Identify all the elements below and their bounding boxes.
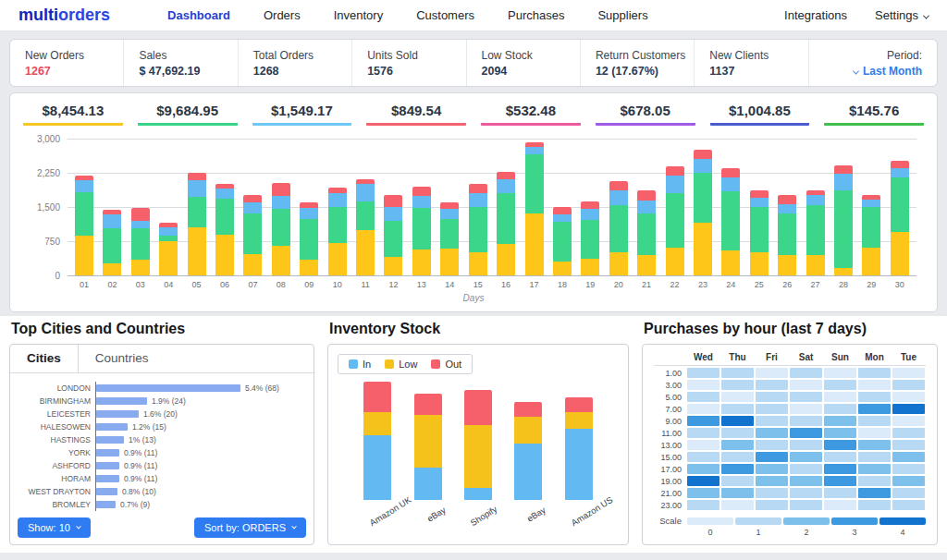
nav-item-purchases[interactable]: Purchases: [508, 8, 564, 22]
heat-cell[interactable]: [721, 404, 754, 414]
heat-cell[interactable]: [790, 404, 822, 414]
heat-cell[interactable]: [858, 464, 891, 474]
heat-cell[interactable]: [721, 476, 754, 486]
heat-cell[interactable]: [721, 452, 754, 462]
city-bar[interactable]: [96, 449, 119, 457]
bar-day-21[interactable]: [637, 190, 656, 275]
city-bar[interactable]: [96, 436, 124, 444]
bar-day-05[interactable]: [188, 173, 206, 275]
period-value[interactable]: Last Month: [854, 65, 922, 78]
heat-cell[interactable]: [892, 404, 925, 414]
heat-cell[interactable]: [892, 452, 925, 462]
city-bar[interactable]: [96, 462, 119, 469]
bar-day-04[interactable]: [159, 223, 178, 275]
heat-cell[interactable]: [756, 428, 788, 438]
bar-day-20[interactable]: [609, 181, 628, 275]
heat-cell[interactable]: [858, 416, 891, 426]
nav-item-settings[interactable]: Settings: [875, 8, 929, 22]
logo[interactable]: multiorders: [18, 6, 110, 25]
bar-day-18[interactable]: [553, 207, 572, 275]
heat-cell[interactable]: [790, 488, 822, 498]
heat-cell[interactable]: [790, 428, 822, 438]
heat-cell[interactable]: [756, 452, 788, 462]
heat-cell[interactable]: [892, 440, 925, 450]
heat-cell[interactable]: [858, 452, 891, 462]
heat-cell[interactable]: [858, 440, 891, 450]
heat-cell[interactable]: [892, 392, 925, 402]
heat-cell[interactable]: [892, 380, 925, 390]
heat-cell[interactable]: [756, 440, 788, 450]
heat-cell[interactable]: [721, 368, 754, 378]
heat-cell[interactable]: [756, 464, 788, 474]
heat-cell[interactable]: [824, 488, 856, 498]
heat-cell[interactable]: [858, 404, 891, 414]
bar-day-12[interactable]: [384, 195, 402, 275]
city-bar[interactable]: [96, 488, 117, 495]
heat-cell[interactable]: [756, 368, 788, 378]
heat-cell[interactable]: [824, 380, 856, 390]
heat-cell[interactable]: [721, 416, 754, 426]
heat-cell[interactable]: [858, 368, 891, 378]
heat-cell[interactable]: [790, 440, 822, 450]
heat-cell[interactable]: [858, 380, 891, 390]
heat-cell[interactable]: [687, 416, 719, 426]
bar-day-02[interactable]: [103, 210, 121, 275]
period-selector[interactable]: Period:Last Month: [808, 40, 937, 86]
heat-cell[interactable]: [824, 464, 856, 474]
heat-cell[interactable]: [824, 392, 856, 402]
bar-day-15[interactable]: [469, 184, 487, 275]
bar-day-24[interactable]: [721, 168, 740, 275]
bar-day-19[interactable]: [581, 201, 599, 275]
bar-day-16[interactable]: [497, 172, 515, 275]
heat-cell[interactable]: [756, 416, 788, 426]
city-bar[interactable]: [96, 423, 128, 431]
inventory-bar-ebay-1[interactable]: eBay: [414, 382, 442, 500]
bar-day-11[interactable]: [356, 179, 375, 275]
bar-day-27[interactable]: [806, 190, 825, 275]
heat-cell[interactable]: [721, 464, 754, 474]
inventory-bar-amazon-us-4[interactable]: Amazon US: [565, 382, 593, 500]
heat-cell[interactable]: [721, 500, 754, 510]
bar-day-07[interactable]: [243, 195, 262, 275]
heat-cell[interactable]: [687, 464, 719, 474]
heat-cell[interactable]: [790, 380, 822, 390]
heat-cell[interactable]: [687, 428, 719, 438]
heat-cell[interactable]: [721, 428, 754, 438]
bar-day-26[interactable]: [778, 195, 796, 275]
bar-day-25[interactable]: [750, 190, 769, 275]
heat-cell[interactable]: [756, 500, 788, 510]
heat-cell[interactable]: [824, 368, 856, 378]
heat-cell[interactable]: [721, 380, 754, 390]
heat-cell[interactable]: [687, 368, 719, 378]
bar-day-09[interactable]: [300, 202, 318, 275]
heat-cell[interactable]: [721, 440, 754, 450]
nav-item-inventory[interactable]: Inventory: [334, 8, 383, 22]
heat-cell[interactable]: [687, 380, 719, 390]
heat-cell[interactable]: [687, 440, 719, 450]
heat-cell[interactable]: [892, 500, 925, 510]
nav-item-orders[interactable]: Orders: [264, 8, 301, 22]
heat-cell[interactable]: [858, 476, 891, 486]
heat-cell[interactable]: [687, 488, 719, 498]
heat-cell[interactable]: [790, 452, 822, 462]
heat-cell[interactable]: [892, 416, 925, 426]
heat-cell[interactable]: [892, 428, 925, 438]
heat-cell[interactable]: [790, 416, 822, 426]
heat-cell[interactable]: [824, 452, 856, 462]
tab-cities[interactable]: Cities: [10, 345, 79, 372]
heat-cell[interactable]: [858, 392, 891, 402]
bar-day-28[interactable]: [834, 165, 853, 275]
heat-cell[interactable]: [756, 380, 788, 390]
bar-day-17[interactable]: [525, 142, 544, 275]
heat-cell[interactable]: [790, 464, 822, 474]
heat-cell[interactable]: [687, 404, 719, 414]
heat-cell[interactable]: [756, 488, 788, 498]
heat-cell[interactable]: [790, 392, 822, 402]
heat-cell[interactable]: [892, 464, 925, 474]
nav-item-customers[interactable]: Customers: [416, 8, 474, 22]
city-bar[interactable]: [96, 384, 240, 392]
heat-cell[interactable]: [687, 452, 719, 462]
bar-day-23[interactable]: [694, 150, 712, 275]
heat-cell[interactable]: [687, 392, 719, 402]
heat-cell[interactable]: [756, 392, 788, 402]
